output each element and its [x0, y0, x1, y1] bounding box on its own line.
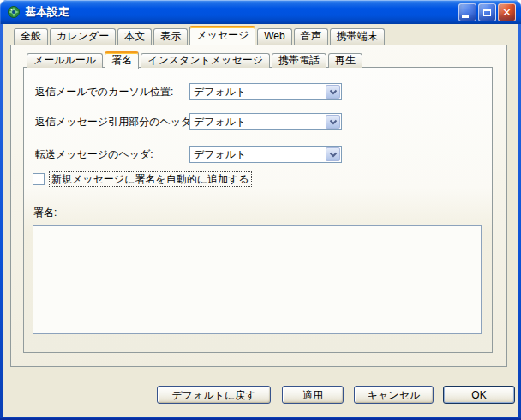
reply-cursor-position-select[interactable]: デフォルト [189, 83, 342, 100]
tab-instant-message[interactable]: インスタントメッセージ [141, 53, 270, 68]
outer-tab-strip: 全般 カレンダー 本文 表示 メッセージ Web 音声 携帯端末 [14, 27, 386, 45]
tab-display[interactable]: 表示 [153, 28, 188, 45]
tab-sound[interactable]: 音声 [294, 28, 328, 45]
minimize-icon [462, 15, 469, 18]
close-icon: ✕ [502, 7, 512, 18]
tab-mail-rules[interactable]: メールルール [27, 53, 103, 68]
dialog-body: 全般 カレンダー 本文 表示 メッセージ Web 音声 携帯端末 メールルール … [3, 24, 518, 417]
reply-quote-header-value: デフォルト [190, 115, 326, 129]
preferences-dialog: 基本設定 ✕ 全般 カレンダー 本文 表示 メッセージ Web 音声 携帯端末 … [0, 0, 521, 420]
reply-quote-header-select[interactable]: デフォルト [189, 113, 342, 130]
dropdown-arrow-icon[interactable] [326, 115, 340, 129]
close-button[interactable]: ✕ [498, 3, 516, 21]
forward-header-select[interactable]: デフォルト [189, 146, 342, 163]
tab-mobile-device[interactable]: 携帯端末 [330, 28, 385, 45]
auto-signature-label[interactable]: 新規メッセージに署名を自動的に追加する [50, 172, 251, 186]
reply-cursor-position-label: 返信メールでのカーソル位置: [35, 83, 173, 100]
restore-defaults-button[interactable]: デフォルトに戻す [157, 386, 271, 404]
tab-general[interactable]: 全般 [14, 28, 48, 45]
cancel-button[interactable]: キャンセル [354, 386, 434, 404]
ok-button[interactable]: OK [443, 386, 515, 404]
tab-signature[interactable]: 署名 [105, 51, 139, 69]
reply-cursor-position-value: デフォルト [190, 85, 326, 99]
window-title: 基本設定 [25, 0, 69, 23]
maximize-icon [483, 9, 491, 16]
dropdown-arrow-icon[interactable] [326, 147, 340, 161]
tab-web[interactable]: Web [257, 28, 291, 45]
signature-textarea[interactable] [33, 225, 482, 334]
tab-body-text[interactable]: 本文 [117, 28, 152, 45]
signature-label: 署名: [33, 206, 57, 219]
minimize-button[interactable] [458, 3, 476, 21]
signature-tab-page: 返信メールでのカーソル位置: デフォルト 返信メッセージ引用部分のヘッダ: デフ… [23, 67, 493, 353]
maximize-button[interactable] [478, 3, 496, 21]
reply-quote-header-label: 返信メッセージ引用部分のヘッダ: [35, 113, 195, 130]
inner-tab-strip: メールルール 署名 インスタントメッセージ 携帯電話 再生 [27, 52, 364, 69]
titlebar: 基本設定 ✕ [0, 0, 521, 24]
tab-message[interactable]: メッセージ [189, 26, 255, 45]
forward-header-value: デフォルト [190, 147, 326, 162]
dropdown-arrow-icon[interactable] [326, 85, 340, 99]
forward-header-label: 転送メッセージのヘッダ: [35, 146, 153, 163]
tab-playback[interactable]: 再生 [328, 53, 362, 68]
tab-mobile-phone[interactable]: 携帯電話 [272, 53, 326, 68]
apply-button[interactable]: 適用 [282, 386, 344, 404]
tab-calendar[interactable]: カレンダー [50, 28, 116, 45]
auto-signature-checkbox[interactable] [33, 173, 45, 185]
app-icon [7, 5, 21, 19]
